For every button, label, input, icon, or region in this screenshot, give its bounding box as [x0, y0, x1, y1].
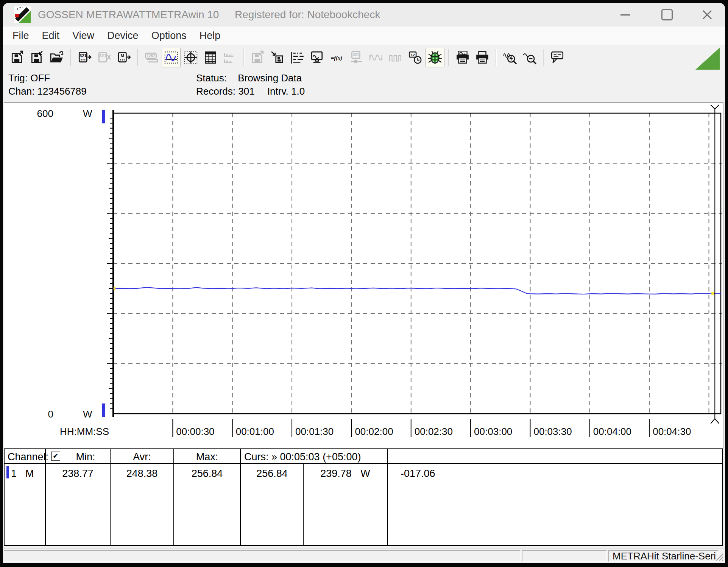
- menu-options[interactable]: Options: [145, 26, 193, 45]
- records-line: Records: 301 Intrv. 1.0: [196, 86, 305, 97]
- hint-button[interactable]: [548, 48, 567, 67]
- formula-button[interactable]: =f(x): [327, 48, 346, 67]
- datetime-button[interactable]: 12: [406, 48, 425, 67]
- print-icon: [475, 50, 489, 65]
- disconnect-device-button: 321: [95, 48, 114, 67]
- col-header-cursor: Curs: » 00:05:03 (+05:00): [244, 451, 361, 463]
- cursor-value: 239.78: [320, 468, 352, 479]
- row-channel-number: 1: [11, 467, 17, 480]
- svg-text:1257: 1257: [147, 53, 155, 58]
- live-monitor-icon: [310, 50, 324, 65]
- histogram-view-icon: [223, 50, 237, 65]
- histogram-view-button: [221, 48, 240, 67]
- zoom-in-icon: [503, 50, 517, 65]
- chart-area[interactable]: 00:00:3000:01:0000:01:3000:02:0000:02:30…: [4, 103, 722, 447]
- read-memory-button[interactable]: M: [114, 48, 133, 67]
- toolbar-separator: [137, 49, 138, 66]
- resize-grip[interactable]: [714, 551, 724, 561]
- channel-list: Chan: 123456789: [8, 86, 87, 97]
- numeric-display-button: 1257: [142, 48, 161, 67]
- svg-text:00:03:00: 00:03:00: [474, 426, 512, 437]
- toolbar-separator: [243, 49, 245, 66]
- channel-settings-icon: [290, 50, 304, 65]
- table-view-icon: [203, 50, 218, 65]
- open-file-icon: [50, 50, 64, 65]
- chart-view-icon: [164, 50, 178, 65]
- maximize-icon: [661, 9, 673, 20]
- row-avr-value: 248.38: [111, 467, 173, 480]
- zoom-out-button[interactable]: [520, 48, 539, 67]
- crosshair-view-icon: [184, 50, 198, 65]
- pulse-wave-icon: [388, 50, 403, 65]
- menu-help[interactable]: Help: [193, 26, 227, 45]
- status-label: Status:: [196, 72, 227, 84]
- print-preview-button[interactable]: [453, 48, 472, 67]
- disconnect-device-icon: 321: [97, 50, 111, 65]
- svg-text:W: W: [83, 108, 92, 119]
- svg-text:321: 321: [353, 52, 359, 56]
- svg-text:HH:MM:SS: HH:MM:SS: [60, 426, 109, 437]
- save-file-icon: [10, 50, 25, 65]
- close-button[interactable]: [698, 6, 716, 23]
- debug-bug-button[interactable]: [426, 48, 444, 67]
- datetime-icon: 12: [408, 50, 422, 65]
- connected-device-label: METRAHit Starline-Seri: [613, 550, 716, 562]
- print-button[interactable]: [473, 48, 492, 67]
- channel-settings-button[interactable]: [288, 48, 307, 67]
- row-max-value: 256.84: [174, 467, 240, 480]
- debug-bug-icon: [428, 50, 442, 65]
- statusbar-message-panel: [4, 550, 521, 562]
- channel-visible-checkbox[interactable]: ✔: [51, 452, 60, 461]
- svg-text:00:03:30: 00:03:30: [533, 426, 572, 437]
- title-app: METRAwin 10: [151, 3, 219, 26]
- title-brand: GOSSEN METRAWATT: [38, 3, 152, 26]
- desktop-background: GOSSEN METRAWATT METRAwin 10 Registered …: [0, 0, 728, 567]
- row-cursor-start-value: 256.84: [241, 467, 303, 480]
- row-cursor-delta: -017.06: [401, 467, 435, 480]
- checkmark-icon: ✔: [53, 452, 59, 460]
- read-memory-icon: M: [117, 50, 131, 65]
- crosshair-view-button[interactable]: [181, 48, 200, 67]
- svg-text:00:04:30: 00:04:30: [653, 426, 691, 437]
- svg-text:00:02:30: 00:02:30: [415, 426, 453, 437]
- svg-text:12: 12: [411, 52, 415, 56]
- toolbar-separator: [543, 49, 544, 66]
- interval-value: Intrv. 1.0: [267, 86, 305, 97]
- import-data-icon: [270, 50, 285, 65]
- col-header-min: Min:: [61, 451, 110, 463]
- toolbar-separator: [448, 49, 449, 66]
- svg-text:00:00:30: 00:00:30: [176, 426, 214, 437]
- statusbar-device-panel: METRAHit Starline-Seri: [608, 550, 719, 562]
- export-data-icon: [251, 50, 265, 65]
- title-bar: GOSSEN METRAWATT METRAwin 10 Registered …: [3, 3, 725, 26]
- status-value: Browsing Data: [238, 72, 302, 84]
- table-view-button[interactable]: [201, 48, 220, 67]
- title-registered: Registered for: Notebookcheck: [235, 3, 380, 26]
- import-data-button[interactable]: [268, 48, 287, 67]
- open-file-button[interactable]: [47, 48, 66, 67]
- zoom-in-button[interactable]: [500, 48, 519, 67]
- minimize-button[interactable]: [617, 6, 634, 23]
- col-header-channel: Channel:: [8, 451, 48, 463]
- save-file-button[interactable]: [8, 48, 27, 67]
- svg-text:321: 321: [99, 53, 106, 58]
- maximize-button[interactable]: [658, 6, 676, 23]
- save-as-icon: [30, 50, 44, 65]
- channel-color-bar: [6, 466, 9, 478]
- formula-icon: =f(x): [329, 50, 344, 65]
- menu-file[interactable]: File: [6, 26, 36, 45]
- statusbar-aux-panel: [522, 550, 607, 562]
- menu-view[interactable]: View: [66, 26, 101, 45]
- read-device-button[interactable]: 321: [75, 48, 94, 67]
- live-monitor-button[interactable]: [307, 48, 326, 67]
- save-as-button[interactable]: [28, 48, 47, 67]
- close-icon: [701, 9, 713, 20]
- analog-wave-button: [366, 48, 385, 67]
- chart-view-button[interactable]: [162, 48, 181, 67]
- minimize-icon: [620, 14, 630, 16]
- print-preview-icon: [455, 50, 470, 65]
- svg-text:M: M: [121, 53, 124, 58]
- menu-edit[interactable]: Edit: [36, 26, 66, 45]
- menu-device[interactable]: Device: [101, 26, 145, 45]
- export-data-button: [248, 48, 267, 67]
